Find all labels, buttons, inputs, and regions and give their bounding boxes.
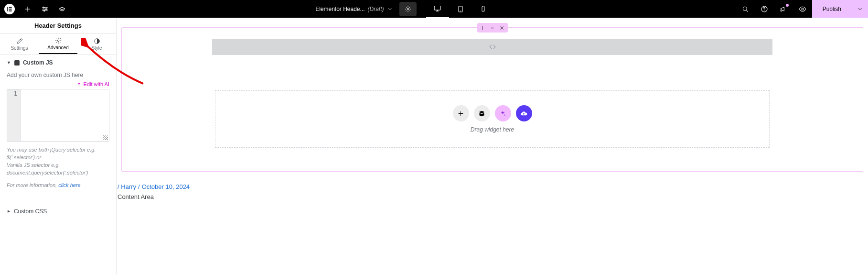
structure-button[interactable]: [54, 0, 71, 18]
device-mobile-button[interactable]: [472, 0, 495, 18]
topbar: Elementor Heade... (Draft): [0, 0, 868, 18]
import-button[interactable]: [516, 105, 532, 121]
code-textarea[interactable]: [21, 89, 109, 141]
svg-point-22: [491, 28, 492, 29]
section-custom-css-toggle[interactable]: ▼ Custom CSS: [0, 203, 116, 219]
whats-new-button[interactable]: [774, 0, 793, 18]
custom-js-editor[interactable]: 1: [7, 89, 109, 142]
code-brackets-icon: [488, 43, 497, 51]
svg-point-14: [764, 10, 764, 11]
document-status: (Draft): [368, 6, 384, 12]
document-settings-button[interactable]: [399, 2, 417, 16]
add-widget-button[interactable]: [453, 105, 469, 121]
edit-with-ai-link[interactable]: Edit with AI: [7, 81, 109, 87]
editor-canvas: Drag widget here / Harry/October 10, 202…: [117, 18, 868, 274]
panel-tabs: Settings Advanced Style: [0, 34, 116, 55]
panel-title: Header Settings: [0, 18, 116, 34]
svg-point-15: [802, 8, 804, 10]
publish-button[interactable]: Publish: [812, 0, 852, 18]
svg-rect-1: [9, 7, 12, 8]
svg-point-23: [492, 28, 493, 29]
svg-point-7: [407, 8, 409, 10]
publish-options-button[interactable]: [852, 0, 868, 18]
drop-zone-label: Drag widget here: [471, 126, 514, 133]
elementor-logo[interactable]: [0, 4, 19, 14]
content-area-label: Content Area: [118, 193, 154, 200]
site-settings-button[interactable]: [36, 0, 54, 18]
preview-button[interactable]: [793, 0, 812, 18]
svg-point-12: [743, 7, 747, 11]
post-meta: / Harry/October 10, 2024: [118, 183, 190, 190]
add-element-button[interactable]: [19, 0, 36, 18]
html-widget-placeholder[interactable]: [212, 39, 772, 55]
section-add-button[interactable]: [478, 23, 488, 33]
tab-advanced[interactable]: Advanced: [39, 34, 77, 54]
document-title-dropdown[interactable]: Elementor Heade... (Draft): [311, 0, 396, 18]
svg-rect-0: [7, 7, 8, 11]
svg-point-19: [491, 26, 492, 27]
svg-rect-18: [14, 60, 20, 66]
device-tablet-button[interactable]: [449, 0, 472, 18]
resize-handle-icon[interactable]: [103, 135, 108, 140]
section-delete-button[interactable]: [497, 23, 507, 33]
empty-container-dropzone[interactable]: Drag widget here: [215, 90, 770, 148]
ai-generate-button[interactable]: [495, 105, 511, 121]
click-here-link[interactable]: click here: [58, 182, 80, 188]
section-custom-js-toggle[interactable]: ▼ Custom JS: [0, 55, 116, 69]
section-drag-handle[interactable]: [488, 23, 497, 33]
sparkle-icon: [76, 82, 82, 87]
svg-rect-3: [9, 10, 12, 11]
code-gutter: 1: [7, 89, 21, 141]
section-handle: [477, 23, 508, 33]
svg-point-20: [492, 26, 493, 27]
svg-rect-2: [9, 9, 12, 10]
svg-point-16: [57, 40, 59, 42]
caret-down-icon: ▼: [7, 60, 11, 65]
caret-right-icon: ▼: [6, 209, 11, 213]
author-link[interactable]: Harry: [121, 183, 136, 190]
help-button[interactable]: [755, 0, 774, 18]
tab-style[interactable]: Style: [77, 34, 116, 54]
custom-js-more-info: For more information, click here: [7, 182, 109, 189]
sidebar-panel: Header Settings Settings Advanced Style …: [0, 18, 117, 274]
js-badge-icon: [14, 60, 20, 66]
device-desktop-button[interactable]: [426, 0, 449, 18]
finder-search-button[interactable]: [736, 0, 755, 18]
tab-settings[interactable]: Settings: [0, 34, 39, 54]
custom-js-description: Add your own custom JS here: [7, 72, 109, 78]
svg-point-21: [493, 26, 493, 27]
svg-rect-8: [434, 6, 440, 11]
document-title-text: Elementor Heade...: [315, 6, 364, 12]
svg-point-11: [483, 11, 483, 11]
template-library-button[interactable]: [474, 105, 490, 121]
custom-js-hint: You may use both jQuery selector e.g. $(…: [7, 146, 109, 177]
date-link[interactable]: October 10, 2024: [142, 183, 190, 190]
svg-point-24: [493, 28, 493, 29]
